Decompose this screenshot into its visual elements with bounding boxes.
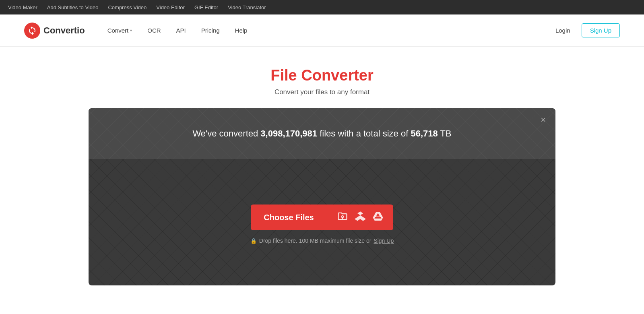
- close-button[interactable]: ×: [541, 116, 546, 124]
- nav-right: Login Sign Up: [551, 23, 620, 37]
- topbar: Video Maker Add Subtitles to Video Compr…: [0, 0, 644, 14]
- stats-prefix: We've converted: [192, 128, 258, 138]
- add-subtitles-link[interactable]: Add Subtitles to Video: [47, 4, 99, 10]
- converter-action-section: Choose Files: [89, 159, 555, 285]
- ocr-nav[interactable]: OCR: [141, 24, 167, 37]
- folder-search-icon[interactable]: [337, 211, 348, 224]
- pricing-nav[interactable]: Pricing: [195, 24, 226, 37]
- dropbox-icon[interactable]: [355, 211, 366, 224]
- stats-size: 56,718: [411, 128, 438, 138]
- video-editor-link[interactable]: Video Editor: [156, 4, 185, 10]
- signup-button[interactable]: Sign Up: [582, 23, 620, 37]
- choose-files-icons-area: [327, 205, 393, 230]
- video-maker-link[interactable]: Video Maker: [8, 4, 37, 10]
- google-drive-icon[interactable]: [372, 211, 384, 224]
- converter-box: × We've converted 3,098,170,981 files wi…: [89, 108, 555, 285]
- drop-signup-link[interactable]: Sign Up: [374, 238, 394, 244]
- compress-video-link[interactable]: Compress Video: [108, 4, 147, 10]
- hero-subtitle: Convert your files to any format: [8, 88, 636, 96]
- header: Convertio Convert ▾ OCR API Pricing Help…: [0, 14, 644, 47]
- choose-files-label: Choose Files: [251, 213, 326, 222]
- convert-chevron-icon: ▾: [130, 28, 132, 33]
- converter-container: × We've converted 3,098,170,981 files wi…: [76, 108, 568, 285]
- hero-title: File Converter: [8, 67, 636, 84]
- hero-section: File Converter Convert your files to any…: [0, 47, 644, 108]
- api-nav[interactable]: API: [170, 24, 192, 37]
- stats-count: 3,098,170,981: [260, 128, 317, 138]
- gif-editor-link[interactable]: GIF Editor: [194, 4, 218, 10]
- stats-suffix: TB: [440, 128, 451, 138]
- help-nav[interactable]: Help: [229, 24, 254, 37]
- stats-middle: files with a total size of: [320, 128, 408, 138]
- choose-files-button[interactable]: Choose Files: [251, 205, 393, 230]
- logo-icon: [24, 23, 40, 39]
- logo-text: Convertio: [43, 25, 85, 36]
- video-translator-link[interactable]: Video Translator: [228, 4, 266, 10]
- logo[interactable]: Convertio: [24, 23, 85, 39]
- convert-nav[interactable]: Convert ▾: [101, 24, 139, 37]
- main-nav: Convert ▾ OCR API Pricing Help: [101, 24, 551, 37]
- drop-zone-text: 🔒 Drop files here. 100 MB maximum file s…: [250, 238, 394, 244]
- lock-icon: 🔒: [250, 238, 257, 244]
- stats-text: We've converted 3,098,170,981 files with…: [97, 128, 547, 139]
- login-button[interactable]: Login: [551, 24, 575, 37]
- converter-stats-section: We've converted 3,098,170,981 files with…: [89, 108, 555, 159]
- drop-text-prefix: Drop files here. 100 MB maximum file siz…: [259, 238, 372, 244]
- logo-svg: [27, 26, 37, 35]
